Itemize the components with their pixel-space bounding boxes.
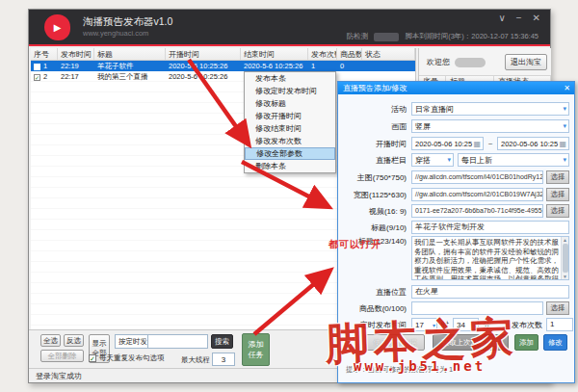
video-label: 视频(16: 9) — [342, 206, 411, 217]
goods-select-button[interactable]: 选择 — [546, 301, 569, 315]
calendar-icon: ▦ — [559, 140, 568, 148]
table-row[interactable]: 1 22:19 羊花子软件 2020-5-6 10:25:26 2020-5-6… — [31, 61, 415, 71]
dropdown-menu-icon[interactable]: ∨ — [498, 13, 505, 23]
add-task-button[interactable]: 添加任务 — [242, 333, 270, 366]
delete-all-button[interactable]: 全部删除 — [40, 350, 84, 362]
screen-label: 画面 — [342, 121, 411, 132]
activity-dropdown[interactable]: 日常直播间▾ — [411, 102, 569, 116]
publish-times-input[interactable]: 1 — [546, 318, 573, 331]
main-image-label: 主图(750*750) — [342, 172, 411, 183]
menu-item-edit-all-params[interactable]: 修改全部参数 — [245, 147, 335, 160]
col-header-end: 结束时间 — [241, 48, 308, 60]
max-thread-input[interactable]: 3 — [212, 353, 235, 366]
category2-dropdown[interactable]: 每日上新▾ — [458, 153, 569, 167]
repeat-daily-label: 每天重复发布勾选项 — [99, 353, 165, 363]
minimize-icon[interactable]: − — [516, 13, 522, 23]
location-input[interactable]: 在火星 — [411, 285, 569, 299]
col-header-title: 标题 — [94, 48, 166, 60]
wide-image-input[interactable]: //gw.alicdn.com/tfscom/i2/01CB019W7Aj326… — [411, 188, 543, 201]
category-label: 直播栏目 — [342, 155, 411, 166]
title-input[interactable]: 羊花子软件定制开发 — [411, 221, 569, 234]
invert-select-button[interactable]: 反选 — [64, 334, 84, 347]
video-input[interactable]: 0171-ee72a207-6b6ba7b0-71c4f95e-4955 — [411, 204, 543, 218]
app-logo-icon: ▶ — [44, 14, 70, 40]
textarea-scrollbar[interactable]: ▲ ▼ — [561, 237, 568, 279]
menu-item-edit-schedule-time[interactable]: 修改定时发布时间 — [245, 85, 335, 97]
main-image-input[interactable]: //gw.alicdn.com/tfscom/i4/01CB01hodRy126… — [411, 170, 543, 184]
menu-item-edit-title[interactable]: 修改标题 — [245, 97, 335, 110]
col-header-publish-time: 发布时间 — [58, 48, 94, 60]
app-subtitle-url: www.yenghuaci.com — [83, 29, 148, 38]
video-select-button[interactable]: 选择 — [546, 204, 569, 218]
blurred-username — [455, 58, 486, 67]
context-menu: 发布本条 修改定时发布时间 修改标题 修改开播时间 修改结束时间 修改发布次数 … — [244, 71, 336, 173]
menu-item-publish[interactable]: 发布本条 — [245, 72, 335, 85]
max-thread-label: 最大线程 — [181, 355, 210, 365]
chevron-down-icon: ▾ — [563, 105, 568, 113]
start-time-picker[interactable]: 2020-05-06 10:25▦ — [411, 137, 484, 150]
chevron-down-icon: ▾ — [563, 156, 568, 164]
scrollbar-thumb[interactable] — [563, 244, 568, 273]
wide-image-select-button[interactable]: 选择 — [546, 188, 569, 201]
calendar-icon: ▦ — [473, 140, 483, 148]
close-icon[interactable]: ✕ — [533, 13, 540, 23]
col-header-count: 发布次数 — [308, 48, 337, 60]
start-time-label: 开播时间 — [342, 139, 411, 149]
modify-button[interactable]: 修改 — [543, 334, 567, 351]
expiry-label: 脚本到期时间(3年)：2020-12-07 15:36:45 — [405, 32, 539, 41]
row-checkbox[interactable] — [34, 64, 40, 70]
watermark-url: www.jb51.net — [354, 358, 486, 374]
titlebar: ▶ 淘播预告发布器v1.0 www.yenghuaci.com ∨ − ✕ 防检… — [29, 10, 550, 46]
anti-detect-label: 防检测 — [347, 32, 369, 41]
logout-taobao-button[interactable]: 退出淘宝 — [505, 54, 547, 70]
end-time-picker[interactable]: 2020-05-06 10:25▦ — [497, 137, 569, 150]
row-checkbox[interactable]: ✓ — [34, 74, 40, 81]
select-all-button[interactable]: 全选 — [40, 334, 61, 347]
screen-dropdown[interactable]: 竖屏▾ — [411, 119, 569, 133]
license-info: 防检测 脚本到期时间(3年)：2020-12-07 15:36:45 — [347, 32, 539, 41]
activity-label: 活动 — [342, 104, 411, 115]
chevron-down-icon: ▾ — [563, 122, 568, 130]
menu-item-delete[interactable]: 删除本条 — [245, 160, 335, 172]
search-input[interactable] — [147, 334, 208, 349]
col-header-status: 状态 — [362, 48, 415, 60]
description-textarea[interactable]: 我们是一支长期从事互联网软件开发的技术服务团队，拥有丰富的软件开发经验和敏锐的洞… — [411, 236, 569, 280]
wide-image-label: 宽图(1125*630) — [342, 190, 411, 200]
col-header-goods: 商品数 — [337, 48, 362, 60]
scroll-down-icon[interactable]: ▼ — [563, 274, 567, 279]
title-label: 标题(9/10) — [342, 222, 411, 233]
category1-dropdown[interactable]: 穿搭▾ — [411, 153, 454, 167]
desktop: ▶ 淘播预告发布器v1.0 www.yenghuaci.com ∨ − ✕ 防检… — [0, 0, 578, 392]
dialog-close-icon[interactable]: ✕ — [564, 82, 570, 94]
location-label: 直播位置 — [342, 287, 411, 298]
repeat-daily-checkbox[interactable]: ✓ — [89, 354, 96, 362]
annotation-note: 都可以打开 — [328, 238, 381, 251]
col-header-index: 序号 — [31, 48, 58, 60]
search-button[interactable]: 搜索 — [211, 334, 233, 349]
menu-item-edit-end-time[interactable]: 修改结束时间 — [245, 122, 335, 135]
table-header-row: 序号 发布时间 标题 开播时间 结束时间 发布次数 商品数 状态 — [31, 48, 415, 61]
welcome-label: 欢迎您 — [427, 57, 450, 67]
chevron-down-icon: ▾ — [447, 156, 453, 164]
app-title: 淘播预告发布器v1.0 — [83, 15, 172, 29]
main-image-select-button[interactable]: 选择 — [546, 170, 569, 184]
dialog-title: 直播预告添加/修改 — [338, 82, 574, 94]
range-separator: ~ — [484, 140, 497, 148]
menu-item-edit-start-time[interactable]: 修改开播时间 — [245, 110, 335, 122]
menu-item-edit-count[interactable]: 修改发布次数 — [245, 135, 335, 147]
blurred-account — [374, 33, 399, 41]
scroll-up-icon[interactable]: ▲ — [563, 237, 567, 243]
col-header-start: 开播时间 — [166, 48, 241, 60]
